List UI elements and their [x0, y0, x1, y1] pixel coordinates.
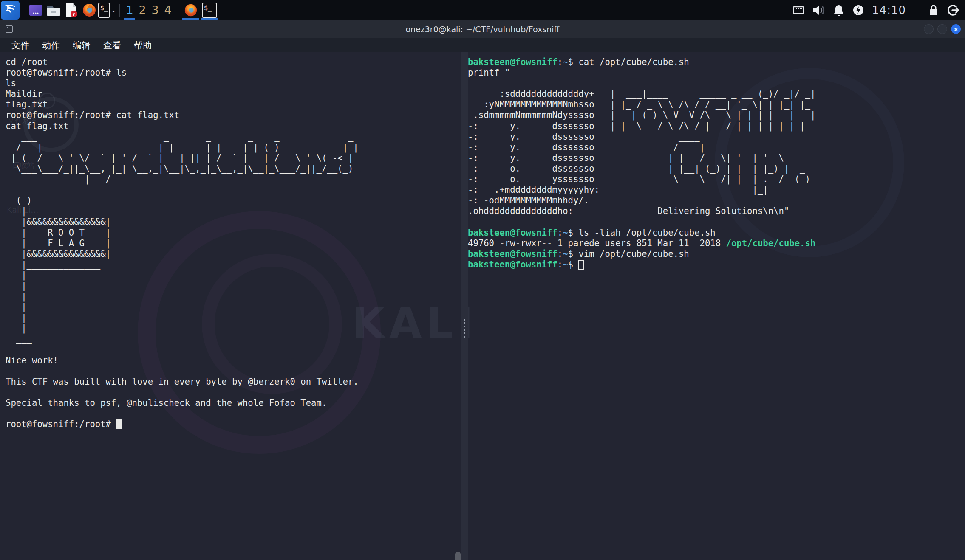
kali-menu-button[interactable] — [1, 1, 20, 20]
workspace-1-label: 1 — [126, 3, 133, 17]
menu-actions[interactable]: 动作 — [36, 39, 66, 51]
task-running-indicator — [182, 18, 199, 20]
power-manager-icon[interactable] — [852, 4, 864, 16]
launcher-folder[interactable] — [45, 1, 62, 19]
firefox-icon — [82, 3, 97, 18]
workspace-active-indicator — [124, 18, 135, 20]
task-firefox[interactable] — [181, 0, 200, 20]
panel-separator — [178, 4, 178, 17]
launcher-terminal[interactable]: $_ ⌄ — [98, 1, 116, 19]
workspace-2[interactable]: 2 — [136, 0, 149, 20]
menu-edit[interactable]: 编辑 — [66, 39, 97, 51]
terminal-output-left: cd /rootroot@fowsniff:/root# lslsMaildir… — [6, 57, 359, 430]
task-active-indicator — [201, 18, 218, 20]
terminal-area: KALI 文件系统 回收站 Kali Li... cd /rootroot@fo… — [0, 52, 965, 560]
logout-icon[interactable] — [946, 4, 959, 17]
top-panel: $_ ⌄ 1 2 3 4 $_ 14:10 — [0, 0, 965, 20]
launcher-firefox[interactable] — [80, 1, 98, 19]
file-manager-icon — [28, 3, 43, 18]
terminal-pane-left[interactable]: cd /rootroot@fowsniff:/root# lslsMaildir… — [0, 52, 461, 560]
launcher-text-editor[interactable] — [62, 1, 80, 19]
workspace-4[interactable]: 4 — [161, 0, 174, 20]
display-icon[interactable] — [793, 6, 804, 15]
volume-icon[interactable] — [812, 4, 825, 16]
terminal-window: onez3r0@kali: ~/CTF/vulnhub/Foxsniff × 文… — [0, 20, 965, 560]
window-titlebar[interactable]: onez3r0@kali: ~/CTF/vulnhub/Foxsniff × — [0, 20, 965, 38]
chevron-down-icon[interactable]: ⌄ — [111, 6, 116, 14]
workspace-3-label: 3 — [151, 3, 158, 17]
workspace-3[interactable]: 3 — [149, 0, 161, 20]
launcher-file-manager[interactable] — [27, 1, 45, 19]
left-pane-scrollbar-thumb[interactable] — [455, 552, 461, 560]
terminal-output-right: baksteen@fowsniff:~$ cat /opt/cube/cube.… — [468, 57, 815, 270]
workspace-2-label: 2 — [139, 3, 146, 17]
maximize-button[interactable] — [937, 24, 947, 34]
workspace-4-label: 4 — [164, 3, 171, 17]
task-terminal[interactable]: $_ — [200, 0, 219, 20]
terminal-icon: $_ — [98, 3, 110, 18]
notifications-bell-icon[interactable] — [833, 4, 845, 17]
terminal-pane-right[interactable]: baksteen@fowsniff:~$ cat /opt/cube/cube.… — [468, 52, 965, 560]
panel-separator — [23, 4, 23, 17]
window-title: onez3r0@kali: ~/CTF/vulnhub/Foxsniff — [0, 25, 965, 34]
window-terminal-icon — [6, 25, 13, 33]
menu-bar: 文件 动作 编辑 查看 帮助 — [0, 38, 965, 52]
menu-view[interactable]: 查看 — [97, 39, 127, 51]
firefox-icon — [184, 3, 198, 17]
kali-dragon-icon — [3, 2, 17, 18]
text-editor-icon — [64, 3, 79, 18]
close-button[interactable]: × — [951, 24, 961, 34]
menu-file[interactable]: 文件 — [5, 39, 36, 51]
splitter-handle-dots[interactable] — [464, 319, 465, 338]
minimize-button[interactable] — [924, 24, 934, 34]
lock-icon[interactable] — [928, 4, 939, 17]
panel-separator — [917, 4, 917, 17]
panel-separator — [119, 4, 120, 17]
workspace-1[interactable]: 1 — [123, 0, 136, 20]
pane-splitter[interactable] — [461, 52, 468, 560]
terminal-icon: $_ — [202, 3, 217, 18]
clock[interactable]: 14:10 — [872, 4, 906, 17]
folder-icon — [46, 3, 61, 18]
menu-help[interactable]: 帮助 — [127, 39, 158, 51]
